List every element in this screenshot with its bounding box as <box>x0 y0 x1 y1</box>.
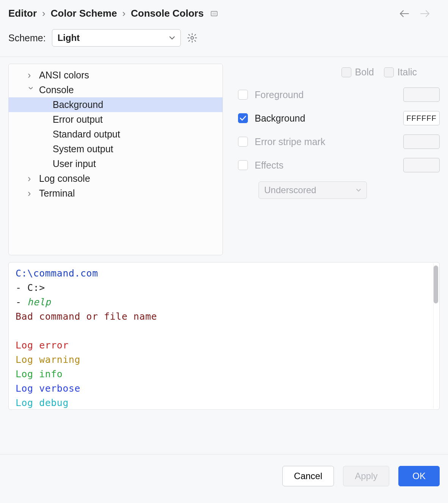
preview-line: Log warning <box>16 353 432 367</box>
apply-button: Apply <box>343 466 389 486</box>
preview-panel: C:\command.com - C:> - help Bad command … <box>8 262 440 410</box>
preview-line: C:\command.com <box>16 266 432 281</box>
scheme-select[interactable]: Light <box>52 29 181 47</box>
chevron-right-icon: › <box>122 8 126 19</box>
nav-back-icon[interactable] <box>399 9 409 18</box>
preview-line: Bad command or file name <box>16 309 432 324</box>
chevron-right-icon: › <box>28 173 34 184</box>
preview-line: - help <box>16 295 432 309</box>
category-tree[interactable]: › ANSI colors › Console Background Error… <box>8 64 223 255</box>
tree-item-console[interactable]: › Console <box>9 83 222 97</box>
bold-checkbox[interactable] <box>341 67 351 77</box>
breadcrumb-editor[interactable]: Editor <box>8 8 37 19</box>
tree-item-ansi[interactable]: › ANSI colors <box>9 68 222 83</box>
chevron-down-icon: › <box>26 87 37 94</box>
errorstripe-label: Error stripe mark <box>255 136 325 147</box>
scheme-label: Scheme: <box>8 33 46 44</box>
preview-line <box>16 324 432 338</box>
cancel-button[interactable]: Cancel <box>282 466 334 486</box>
preview-line: Log debug <box>16 396 432 410</box>
effects-type-select: Underscored <box>258 181 367 199</box>
preview-line: Log verbose <box>16 381 432 396</box>
preview-line: Log info <box>16 367 432 381</box>
window-icon[interactable] <box>210 10 218 17</box>
breadcrumb-consolecolors: Console Colors <box>131 8 204 19</box>
tree-item-terminal[interactable]: › Terminal <box>9 186 222 201</box>
effects-label: Effects <box>255 160 284 171</box>
tree-item-logconsole[interactable]: › Log console <box>9 171 222 186</box>
chevron-down-icon <box>169 36 175 40</box>
foreground-swatch[interactable] <box>403 87 440 102</box>
preview-line: Log error <box>16 338 432 353</box>
ok-button[interactable]: OK <box>398 466 440 486</box>
effects-swatch[interactable] <box>403 158 440 172</box>
italic-checkbox[interactable] <box>384 67 394 77</box>
foreground-label: Foreground <box>255 89 304 100</box>
svg-rect-1 <box>212 12 216 15</box>
breadcrumb: Editor › Color Scheme › Console Colors <box>8 8 218 19</box>
effects-checkbox[interactable] <box>238 160 248 170</box>
tree-item-background[interactable]: Background <box>9 97 222 112</box>
chevron-right-icon: › <box>28 70 34 81</box>
gear-icon[interactable] <box>187 33 197 43</box>
svg-point-2 <box>191 37 193 39</box>
chevron-right-icon: › <box>28 188 34 199</box>
errorstripe-checkbox[interactable] <box>238 137 248 147</box>
tree-item-sysoutput[interactable]: System output <box>9 142 222 156</box>
tree-item-stdoutput[interactable]: Standard output <box>9 127 222 142</box>
chevron-down-icon <box>356 189 361 192</box>
scheme-value: Light <box>58 33 80 43</box>
breadcrumb-colorscheme[interactable]: Color Scheme <box>51 8 117 19</box>
chevron-right-icon: › <box>42 8 45 19</box>
scrollbar-thumb[interactable] <box>434 266 438 303</box>
background-swatch[interactable]: FFFFFF <box>403 111 440 125</box>
tree-item-userinput[interactable]: User input <box>9 156 222 171</box>
preview-line: - C:> <box>16 281 432 295</box>
bold-label: Bold <box>355 67 374 78</box>
italic-label: Italic <box>398 67 417 78</box>
options-panel: Bold Italic Foreground Background FFFFFF… <box>238 64 440 255</box>
background-checkbox[interactable] <box>238 113 248 123</box>
nav-forward-icon <box>420 9 431 18</box>
background-label: Background <box>255 113 305 124</box>
tree-item-erroroutput[interactable]: Error output <box>9 112 222 127</box>
foreground-checkbox[interactable] <box>238 90 248 100</box>
errorstripe-swatch[interactable] <box>403 134 440 149</box>
